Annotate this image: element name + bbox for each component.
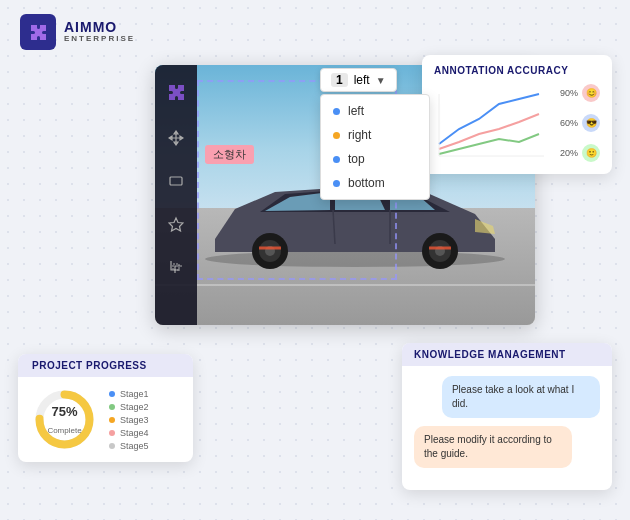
rectangle-tool-icon[interactable] (164, 169, 188, 196)
progress-title: PROJECT PROGRESS (18, 354, 193, 377)
stage-label-1: Stage1 (120, 389, 149, 399)
stage-list: Stage1 Stage2 Stage3 Stage4 Stage5 (109, 389, 149, 451)
chart-label-60: 60% 😎 (560, 114, 600, 132)
dropdown-label-left: left (348, 104, 364, 118)
progress-content: 75% Complete Stage1 Stage2 Stage3 Stage4 (32, 387, 179, 452)
dropdown-item-left[interactable]: left (321, 99, 429, 123)
accuracy-title: ANNOTATION ACCURACY (434, 65, 600, 76)
dot-icon-left (333, 108, 340, 115)
stage-label-4: Stage4 (120, 428, 149, 438)
svg-rect-0 (170, 177, 182, 185)
crop-tool-icon[interactable] (164, 255, 188, 282)
stage-label-3: Stage3 (120, 415, 149, 425)
logo-subtitle: ENTERPRISE (64, 35, 135, 44)
stage-item-4: Stage4 (109, 428, 149, 438)
star-tool-icon[interactable] (164, 212, 188, 239)
toolbar (155, 65, 197, 325)
logo-name: AIMMO (64, 20, 135, 35)
knowledge-title: KNOWLEDGE MANAGEMENT (402, 343, 612, 366)
avatar-2: 😎 (582, 114, 600, 132)
dropdown-item-bottom[interactable]: bottom (321, 171, 429, 195)
pct-60: 60% (560, 118, 578, 128)
knowledge-card: KNOWLEDGE MANAGEMENT Please take a look … (402, 343, 612, 490)
dropdown-item-top[interactable]: top (321, 147, 429, 171)
stage-item-3: Stage3 (109, 415, 149, 425)
annotation-label-tag[interactable]: 소형차 (205, 145, 254, 164)
chat-area: Please take a look at what I did. Please… (402, 366, 612, 478)
dot-icon-right (333, 132, 340, 139)
puzzle-tool-icon[interactable] (161, 77, 191, 110)
logo-text: AIMMO ENTERPRISE (64, 20, 135, 44)
road-line (155, 284, 535, 286)
stage-item-2: Stage2 (109, 402, 149, 412)
pct-90: 90% (560, 88, 578, 98)
stage-dot-4 (109, 430, 115, 436)
svg-rect-2 (173, 264, 179, 270)
svg-marker-1 (169, 218, 183, 231)
dot-icon-bottom (333, 180, 340, 187)
dropdown-label-bottom: bottom (348, 176, 385, 190)
progress-complete-label: Complete (47, 425, 81, 434)
chart-label-20: 20% 🙂 (560, 144, 600, 162)
dropdown-selected: left (354, 73, 370, 87)
dropdown-num: 1 (331, 73, 348, 87)
puzzle-logo-icon (27, 21, 49, 43)
chart-labels: 90% 😊 60% 😎 20% 🙂 (560, 84, 600, 162)
dropdown-label-top: top (348, 152, 365, 166)
accuracy-chart-area: 90% 😊 60% 😎 20% 🙂 (434, 84, 600, 164)
accuracy-chart-svg (434, 84, 554, 159)
dropdown-item-right[interactable]: right (321, 123, 429, 147)
dropdown-label-right: right (348, 128, 371, 142)
progress-card: PROJECT PROGRESS 75% Complete Stage1 Sta… (18, 354, 193, 462)
pct-20: 20% (560, 148, 578, 158)
move-tool-icon[interactable] (164, 126, 188, 153)
chat-message-2: Please modify it according to the guide. (414, 426, 572, 468)
avatar-3: 🙂 (582, 144, 600, 162)
chevron-down-icon: ▼ (376, 75, 386, 86)
accuracy-card: ANNOTATION ACCURACY 90% 😊 60% 😎 20% (422, 55, 612, 174)
stage-dot-3 (109, 417, 115, 423)
chat-message-1: Please take a look at what I did. (442, 376, 600, 418)
stage-label-2: Stage2 (120, 402, 149, 412)
dropdown-container[interactable]: 1 left ▼ left right top bottom (320, 68, 397, 92)
stage-item-1: Stage1 (109, 389, 149, 399)
stage-item-5: Stage5 (109, 441, 149, 451)
logo-box (20, 14, 56, 50)
stage-dot-1 (109, 391, 115, 397)
stage-label-5: Stage5 (120, 441, 149, 451)
donut-label: 75% Complete (47, 403, 81, 436)
stage-dot-5 (109, 443, 115, 449)
dropdown-trigger[interactable]: 1 left ▼ (320, 68, 397, 92)
header: AIMMO ENTERPRISE (20, 14, 135, 50)
progress-percentage: 75% (47, 403, 81, 418)
dropdown-menu: left right top bottom (320, 94, 430, 200)
chart-label-90: 90% 😊 (560, 84, 600, 102)
dot-icon-top (333, 156, 340, 163)
avatar-1: 😊 (582, 84, 600, 102)
donut-chart: 75% Complete (32, 387, 97, 452)
stage-dot-2 (109, 404, 115, 410)
